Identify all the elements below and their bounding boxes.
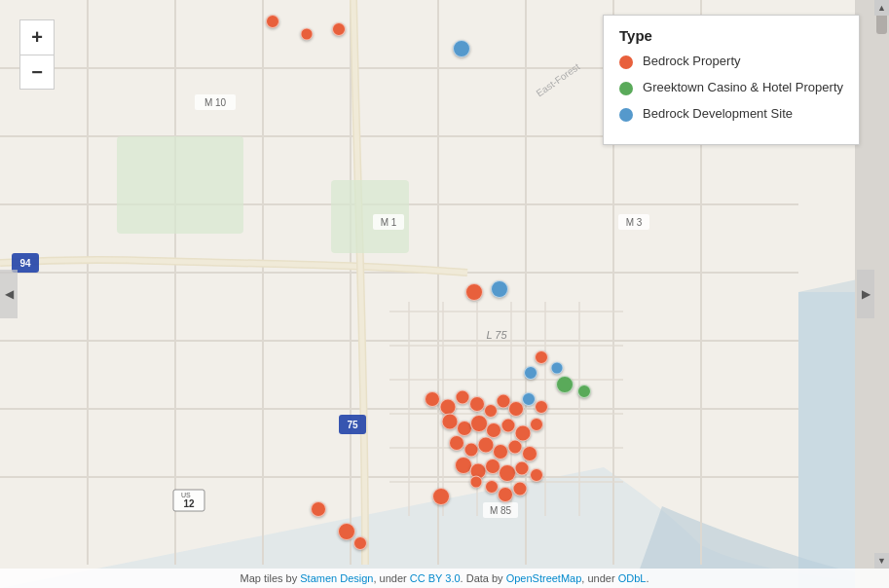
map-dot-8[interactable]: [551, 362, 564, 375]
svg-text:L 75: L 75: [486, 329, 507, 341]
zoom-controls[interactable]: + −: [19, 19, 55, 90]
map-dot-3[interactable]: [453, 40, 470, 57]
legend-title: Type: [619, 27, 843, 44]
map-dot-19[interactable]: [535, 400, 548, 414]
osm-link[interactable]: OpenStreetMap: [506, 572, 582, 584]
map-dot-38[interactable]: [530, 468, 543, 482]
map-dot-29[interactable]: [478, 437, 495, 454]
map-dot-26[interactable]: [530, 418, 543, 431]
map-dot-23[interactable]: [486, 423, 501, 438]
map-dot-27[interactable]: [449, 435, 464, 451]
pan-right-arrow[interactable]: ▶: [857, 270, 874, 318]
cc-link[interactable]: CC BY 3.0: [410, 572, 461, 584]
scrollbar-track[interactable]: ▲ ▼: [874, 0, 889, 588]
map-dot-14[interactable]: [469, 396, 485, 412]
map-dot-31[interactable]: [508, 440, 523, 455]
map-dot-13[interactable]: [456, 390, 470, 405]
map-dot-30[interactable]: [493, 444, 508, 459]
legend-label-2: Bedrock Development Site: [643, 106, 793, 123]
pan-left-arrow[interactable]: ◀: [0, 270, 18, 318]
map-dot-11[interactable]: [425, 391, 440, 407]
stamen-link[interactable]: Stamen Design: [300, 572, 373, 584]
map-dot-46[interactable]: [353, 536, 367, 550]
map-dot-37[interactable]: [515, 461, 530, 476]
svg-rect-29: [117, 136, 243, 234]
svg-text:94: 94: [19, 258, 31, 269]
map-dot-17[interactable]: [508, 401, 524, 417]
legend-item-1: Greektown Casino & Hotel Property: [619, 80, 843, 96]
map-dot-39[interactable]: [432, 488, 450, 505]
map-dot-15[interactable]: [484, 404, 498, 418]
map-dot-6[interactable]: [535, 350, 548, 364]
svg-text:US: US: [181, 492, 191, 498]
map-dot-28[interactable]: [464, 443, 479, 458]
map-dot-5[interactable]: [491, 280, 508, 298]
map-dot-24[interactable]: [501, 419, 516, 433]
svg-text:M 10: M 10: [204, 97, 227, 108]
map-dot-10[interactable]: [577, 385, 591, 398]
legend-item-0: Bedrock Property: [619, 54, 843, 70]
scroll-down-arrow[interactable]: ▼: [874, 553, 889, 569]
legend-item-2: Bedrock Development Site: [619, 106, 843, 123]
legend-label-0: Bedrock Property: [643, 54, 740, 70]
map-dot-20[interactable]: [442, 414, 459, 430]
map-container: M 10 M 1 M 3 94 75 US 12 M 85 L 75 East-…: [0, 0, 889, 588]
svg-text:75: 75: [347, 420, 358, 430]
map-dot-7[interactable]: [524, 366, 537, 380]
legend: Type Bedrock Property Greektown Casino &…: [603, 15, 860, 145]
svg-text:12: 12: [183, 498, 195, 509]
odbl-link[interactable]: ODbL: [618, 572, 647, 584]
map-dot-45[interactable]: [338, 523, 355, 540]
map-dot-4[interactable]: [465, 283, 483, 301]
scroll-up-arrow[interactable]: ▲: [874, 0, 889, 16]
legend-dot-1: [619, 82, 633, 95]
svg-text:M 85: M 85: [490, 505, 512, 516]
map-dot-36[interactable]: [499, 464, 516, 482]
legend-dot-0: [619, 55, 633, 69]
zoom-in-button[interactable]: +: [19, 19, 55, 55]
map-dot-1[interactable]: [301, 28, 314, 41]
map-dot-18[interactable]: [522, 392, 536, 406]
zoom-out-button[interactable]: −: [19, 55, 55, 90]
map-dot-44[interactable]: [311, 501, 326, 517]
legend-label-1: Greektown Casino & Hotel Property: [643, 80, 843, 96]
map-dot-42[interactable]: [498, 487, 513, 502]
map-dot-41[interactable]: [485, 480, 499, 494]
map-dot-32[interactable]: [522, 446, 537, 461]
map-dot-2[interactable]: [332, 22, 346, 36]
map-dot-43[interactable]: [513, 482, 528, 496]
map-dot-0[interactable]: [266, 15, 279, 28]
svg-text:M 3: M 3: [626, 217, 643, 228]
attribution-bar: Map tiles by Stamen Design, under CC BY …: [0, 569, 889, 588]
legend-dot-2: [619, 108, 633, 122]
map-dot-9[interactable]: [556, 376, 574, 393]
svg-text:M 1: M 1: [381, 217, 397, 228]
map-dot-40[interactable]: [470, 476, 483, 489]
legend-items: Bedrock Property Greektown Casino & Hote…: [619, 54, 843, 123]
